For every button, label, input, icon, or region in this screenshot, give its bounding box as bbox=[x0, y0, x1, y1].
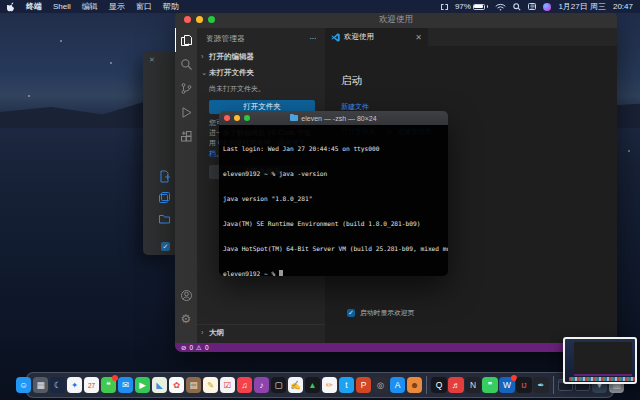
vscode-logo-icon bbox=[331, 33, 340, 42]
explorer-header: 资源管理器 bbox=[206, 34, 245, 44]
terminal-titlebar[interactable]: eleven — -zsh — 80×24 bbox=[219, 111, 448, 125]
search-icon[interactable] bbox=[175, 52, 197, 76]
extensions-icon[interactable] bbox=[175, 124, 197, 148]
menu-shell[interactable]: Shell bbox=[53, 2, 71, 11]
siri-icon[interactable] bbox=[543, 3, 551, 11]
dock-item-facetime[interactable]: ▶ bbox=[135, 377, 151, 393]
wifi-icon[interactable] bbox=[495, 3, 506, 11]
new-file-link[interactable]: 新建文件 bbox=[341, 103, 369, 110]
close-icon[interactable]: ✕ bbox=[149, 56, 155, 64]
input-source-icon[interactable]: 拼 bbox=[528, 3, 536, 10]
warnings-count: 0 bbox=[205, 344, 209, 351]
tab-close-icon[interactable]: ✕ bbox=[415, 33, 422, 42]
dock-item-powerpoint[interactable]: P bbox=[356, 377, 372, 393]
dock-item-dark-wallpaper-app[interactable]: ☾ bbox=[50, 377, 66, 393]
dock-item-maps[interactable]: ◣ bbox=[152, 377, 168, 393]
dock-item-game-app[interactable]: ☻ bbox=[407, 377, 423, 393]
terminal-window[interactable]: eleven — -zsh — 80×24 Last login: Wed Ja… bbox=[219, 111, 448, 276]
terminal-line: Java HotSpot(TM) 64-Bit Server VM (build… bbox=[223, 245, 444, 253]
terminal-line: Java(TM) SE Runtime Environment (build 1… bbox=[223, 220, 444, 228]
screenshot-preview-thumbnail[interactable] bbox=[563, 337, 637, 384]
dock-separator bbox=[553, 376, 554, 394]
menu-bar-clock[interactable]: 20:47 bbox=[613, 2, 633, 11]
terminal-cursor bbox=[279, 270, 283, 276]
dock-item-dark-utility[interactable]: N bbox=[465, 377, 481, 393]
menu-terminal[interactable]: 终端 bbox=[26, 1, 42, 12]
no-folder-section[interactable]: ⌄未打开文件夹 bbox=[197, 64, 325, 80]
window-title: 欢迎使用 bbox=[175, 14, 617, 26]
thumbnail-mini-window bbox=[574, 342, 632, 376]
menu-view[interactable]: 显示 bbox=[109, 1, 125, 12]
terminal-title: eleven — -zsh — 80×24 bbox=[301, 115, 376, 122]
dock-item-messages[interactable]: ❝ bbox=[101, 377, 117, 393]
dock-item-news[interactable]: ✍ bbox=[288, 377, 304, 393]
dock-item-calendar[interactable]: 27 bbox=[84, 377, 100, 393]
tab-label: 欢迎使用 bbox=[344, 32, 411, 42]
dock-item-twitter[interactable]: t bbox=[339, 377, 355, 393]
dock-item-tv[interactable]: ▢ bbox=[271, 377, 287, 393]
screenshot-icon[interactable] bbox=[441, 4, 448, 10]
dock-item-finder[interactable]: ☺ bbox=[16, 377, 32, 393]
dock-item-qq[interactable]: Q bbox=[431, 377, 447, 393]
spotlight-search-icon[interactable] bbox=[513, 3, 521, 11]
account-icon[interactable] bbox=[175, 283, 197, 307]
explorer-actions-icon[interactable]: ⋯ bbox=[309, 34, 317, 44]
dock-item-word[interactable]: W bbox=[499, 377, 515, 393]
activity-bar: ⚙ bbox=[175, 28, 197, 343]
dock-item-app-store[interactable]: A bbox=[390, 377, 406, 393]
battery-icon bbox=[473, 4, 485, 10]
open-folder-icon[interactable] bbox=[158, 212, 171, 225]
terminal-line: Last login: Wed Jan 27 20:44:45 on ttys0… bbox=[223, 145, 444, 153]
dock-item-code-editor[interactable]: ✒ bbox=[533, 377, 549, 393]
apple-menu-icon[interactable] bbox=[7, 2, 16, 12]
dock-item-launchpad[interactable]: ▦ bbox=[33, 377, 49, 393]
new-file-icon[interactable] bbox=[158, 170, 171, 183]
dock: ☺▦☾✦27❝✉▶◣✿▤✎☑♫♪▢✍▲✏tP◎A☻Q♬N❞WIJ✒▼▥ bbox=[26, 372, 614, 398]
show-welcome-checkbox-row[interactable]: ✓ 启动时显示欢迎页 bbox=[347, 308, 414, 318]
dock-item-books[interactable]: ▤ bbox=[186, 377, 202, 393]
errors-count: 0 bbox=[189, 344, 193, 351]
menu-edit[interactable]: 编辑 bbox=[82, 1, 98, 12]
menu-bar-date[interactable]: 1月27日 周三 bbox=[558, 1, 606, 12]
menu-window[interactable]: 窗口 bbox=[136, 1, 152, 12]
status-bar[interactable]: ⊘ 0 ⚠ 0 bbox=[175, 343, 617, 352]
dock-item-safari[interactable]: ✦ bbox=[67, 377, 83, 393]
show-welcome-label: 启动时显示欢迎页 bbox=[360, 308, 414, 318]
dock-separator bbox=[426, 376, 427, 394]
terminal-output[interactable]: Last login: Wed Jan 27 20:44:45 on ttys0… bbox=[219, 125, 448, 276]
new-window-icon[interactable] bbox=[158, 191, 171, 204]
dock-item-podcasts[interactable]: ♪ bbox=[254, 377, 270, 393]
battery-indicator[interactable]: 97% bbox=[455, 2, 489, 11]
folder-icon bbox=[290, 115, 298, 121]
run-debug-icon[interactable] bbox=[175, 100, 197, 124]
warnings-icon: ⚠ bbox=[196, 344, 202, 352]
dock-item-stocks[interactable]: ▲ bbox=[305, 377, 321, 393]
dock-item-intellij-idea[interactable]: IJ bbox=[516, 377, 532, 393]
thumbnail-mini-dock bbox=[569, 377, 635, 381]
terminal-line: java version "1.8.0_281" bbox=[223, 195, 444, 203]
tab-bar: 欢迎使用 ✕ bbox=[325, 28, 617, 46]
dock-item-reminders[interactable]: ☑ bbox=[220, 377, 236, 393]
source-control-icon[interactable] bbox=[175, 76, 197, 100]
open-editors-section[interactable]: ›打开的编辑器 bbox=[197, 48, 325, 64]
dock-item-wechat[interactable]: ❞ bbox=[482, 377, 498, 393]
dock-item-mail[interactable]: ✉ bbox=[118, 377, 134, 393]
checkbox-checked-icon[interactable]: ✓ bbox=[347, 309, 355, 317]
no-folder-text: 尚未打开文件夹。 bbox=[197, 80, 325, 94]
menu-help[interactable]: 帮助 bbox=[163, 1, 179, 12]
dock-item-netease-music[interactable]: ♬ bbox=[448, 377, 464, 393]
background-window[interactable]: ✕ ✓ bbox=[143, 52, 176, 255]
terminal-line: eleven9192 ~ % java -version bbox=[223, 170, 444, 178]
dock-item-notes[interactable]: ✎ bbox=[203, 377, 219, 393]
dock-item-music[interactable]: ♫ bbox=[237, 377, 253, 393]
background-checkbox[interactable]: ✓ bbox=[161, 242, 170, 251]
start-heading: 启动 bbox=[341, 74, 438, 88]
dock-item-pages[interactable]: ✏ bbox=[322, 377, 338, 393]
menu-bar: 终端 Shell 编辑 显示 窗口 帮助 97% 拼 1月27日 周三 20:4… bbox=[0, 0, 640, 13]
tab-welcome[interactable]: 欢迎使用 ✕ bbox=[325, 28, 428, 46]
settings-gear-icon[interactable]: ⚙ bbox=[175, 307, 197, 331]
outline-section[interactable]: ›大纲 bbox=[197, 324, 325, 341]
dock-item-photos[interactable]: ✿ bbox=[169, 377, 185, 393]
explorer-icon[interactable] bbox=[175, 28, 197, 52]
dock-item-camera-app[interactable]: ◎ bbox=[373, 377, 389, 393]
